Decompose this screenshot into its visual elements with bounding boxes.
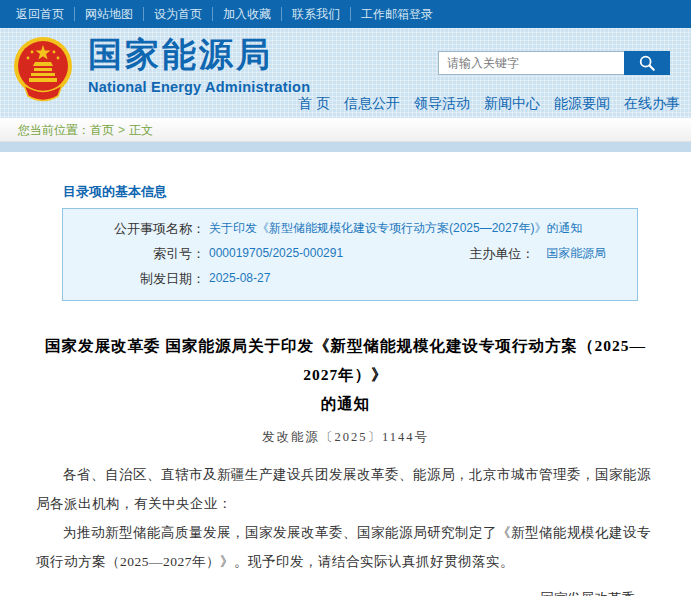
paragraph-main: 为推动新型储能高质量发展，国家发展改革委、国家能源局研究制定了《新型储能规模化建…: [36, 518, 655, 576]
link-back-home[interactable]: 返回首页: [6, 7, 75, 21]
link-set-homepage[interactable]: 设为首页: [144, 7, 213, 21]
nav-news-center[interactable]: 新闻中心: [477, 95, 547, 113]
link-contact-us[interactable]: 联系我们: [282, 7, 351, 21]
nav-leadership-activities[interactable]: 领导活动: [407, 95, 477, 113]
divider-band: [0, 142, 691, 152]
search-icon: [638, 54, 656, 72]
site-title-en: National Energy Administration: [88, 77, 310, 97]
nav-home[interactable]: 首 页: [291, 95, 337, 113]
search-box: [438, 51, 670, 75]
document-number: 发改能源〔2025〕1144号: [0, 429, 691, 446]
index-value: 000019705/2025-000291: [205, 241, 343, 266]
name-label: 公开事项名称：: [63, 216, 205, 241]
search-input[interactable]: [438, 51, 624, 75]
nav-online-services[interactable]: 在线办事: [617, 95, 687, 113]
top-utility-bar: 返回首页 网站地图 设为首页 加入收藏 联系我们 工作邮箱登录: [0, 0, 691, 28]
signature-ndrc: 国家发展改革委: [0, 592, 635, 596]
signature-block: 国家发展改革委 国 家 能 源 局 2025年8月27日: [0, 592, 635, 596]
article-paragraphs: 各省、自治区、直辖市及新疆生产建设兵团发展改革委、能源局，北京市城市管理委，国家…: [36, 460, 655, 576]
table-row: 制发日期： 2025-08-27: [63, 266, 637, 291]
org-label: 主办单位：: [469, 241, 534, 266]
article-title-line1: 国家发展改革委 国家能源局关于印发《新型储能规模化建设专项行动方案（2025—2…: [40, 331, 651, 389]
main-content: 目录项的基本信息 公开事项名称： 关于印发《新型储能规模化建设专项行动方案(20…: [0, 183, 691, 596]
article-body: 国家发展改革委 国家能源局关于印发《新型储能规模化建设专项行动方案（2025—2…: [0, 331, 691, 596]
table-row: 公开事项名称： 关于印发《新型储能规模化建设专项行动方案(2025—2027年)…: [63, 216, 637, 241]
catalog-info-table: 公开事项名称： 关于印发《新型储能规模化建设专项行动方案(2025—2027年)…: [62, 208, 638, 301]
site-name-block: 国家能源局 National Energy Administration: [88, 34, 310, 97]
name-value: 关于印发《新型储能规模化建设专项行动方案(2025—2027年)》的通知: [205, 216, 582, 241]
breadcrumb-home-link[interactable]: 首页: [90, 123, 114, 137]
date-value: 2025-08-27: [205, 266, 270, 291]
national-emblem-logo: [10, 35, 76, 103]
breadcrumb: 您当前位置：首页>正文: [0, 118, 691, 142]
link-work-mail-login[interactable]: 工作邮箱登录: [351, 7, 443, 21]
org-value-link[interactable]: 国家能源局: [534, 241, 606, 266]
nav-energy-highlights[interactable]: 能源要闻: [547, 95, 617, 113]
nav-info-disclosure[interactable]: 信息公开: [337, 95, 407, 113]
table-row: 索引号： 000019705/2025-000291 主办单位： 国家能源局: [63, 241, 637, 266]
link-add-favorite[interactable]: 加入收藏: [213, 7, 282, 21]
article-title-line2: 的通知: [40, 389, 651, 418]
link-sitemap[interactable]: 网站地图: [75, 7, 144, 21]
index-label: 索引号：: [63, 241, 205, 266]
breadcrumb-separator: >: [114, 123, 129, 137]
breadcrumb-current: 正文: [129, 123, 153, 137]
paragraph-recipients: 各省、自治区、直辖市及新疆生产建设兵团发展改革委、能源局，北京市城市管理委，国家…: [36, 460, 655, 518]
site-title-cn: 国家能源局: [88, 34, 310, 74]
breadcrumb-label: 您当前位置：: [18, 123, 90, 137]
search-button[interactable]: [624, 51, 670, 75]
article-title: 国家发展改革委 国家能源局关于印发《新型储能规模化建设专项行动方案（2025—2…: [40, 331, 651, 418]
main-navigation: 首 页 信息公开 领导活动 新闻中心 能源要闻 在线办事: [291, 95, 687, 113]
date-label: 制发日期：: [63, 266, 205, 291]
site-header: 国家能源局 National Energy Administration 首 页…: [0, 28, 691, 118]
catalog-section-title: 目录项的基本信息: [63, 183, 691, 201]
